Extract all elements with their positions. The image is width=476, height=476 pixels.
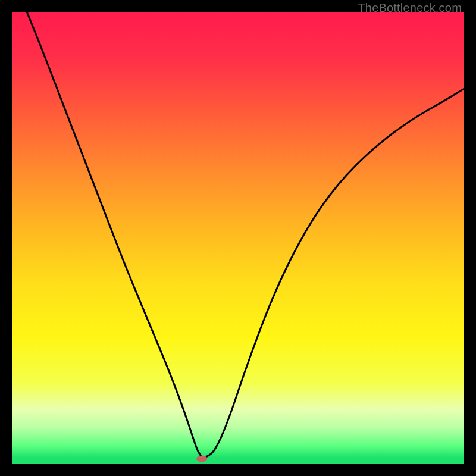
chart-background-gradient	[12, 12, 464, 464]
svg-rect-0	[12, 12, 464, 464]
chart-frame	[12, 12, 464, 464]
